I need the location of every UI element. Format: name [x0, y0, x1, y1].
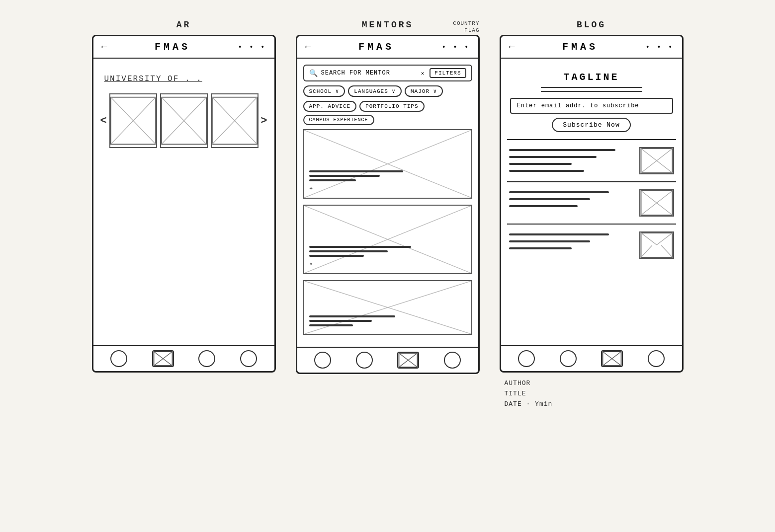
- ar-bottom-nav: [93, 345, 274, 371]
- mentors-header: ← FMAS • • •: [297, 36, 478, 59]
- blog-nav-2[interactable]: [560, 350, 577, 367]
- blog-item-3[interactable]: [507, 228, 676, 263]
- tag-portfolio-tips[interactable]: PORTFOLIO TIPS: [359, 101, 424, 112]
- blog-nav-active[interactable]: [601, 350, 623, 367]
- annotation-date: DATE · Ymin: [505, 399, 553, 410]
- blog-divider-3: [507, 224, 676, 225]
- search-icon: 🔍: [309, 69, 318, 77]
- mentors-phone-frame: ← FMAS • • • 🔍 SEARCH FOR MENTOR ✕ FILTE…: [296, 35, 480, 374]
- blog-nav-1[interactable]: [518, 350, 535, 367]
- email-input[interactable]: Enter email addr. to subscribe: [510, 98, 673, 114]
- tag-campus[interactable]: CAMPUS EXPERIENCE: [303, 115, 374, 125]
- blog-item-2[interactable]: [507, 185, 676, 221]
- tag-languages[interactable]: LANGUAGES ∨: [348, 85, 402, 97]
- mentor-card-1[interactable]: ✦: [303, 129, 472, 199]
- blog-app-title: FMAS: [562, 41, 598, 53]
- blog-back-arrow[interactable]: ←: [509, 41, 515, 53]
- blog-label: BLOG: [577, 20, 606, 30]
- country-flag-annotation: COUNTRYFLAG: [453, 20, 479, 34]
- blog-tagline: TAGLINE: [507, 72, 676, 83]
- tag-major[interactable]: MAJOR ∨: [405, 85, 443, 97]
- blog-item-2-text: [509, 189, 634, 210]
- ar-screen-wrapper: AR ← FMAS • • • UNIVERSITY OF . . <: [92, 20, 276, 373]
- blog-thumb-1: [639, 147, 674, 174]
- filter-tags-2: APP. ADVICE PORTFOLIO TIPS CAMPUS EXPERI…: [303, 101, 472, 125]
- mentors-app-title: FMAS: [358, 41, 394, 53]
- blog-nav-4[interactable]: [648, 350, 665, 367]
- blog-divider-1: [507, 139, 676, 140]
- tag-school[interactable]: SCHOOL ∨: [303, 85, 345, 97]
- star-rating-1: ✦: [309, 184, 313, 192]
- ar-nav-4[interactable]: [240, 350, 257, 367]
- ar-app-title: FMAS: [155, 41, 190, 53]
- mentors-label: MENTORS: [296, 20, 480, 30]
- wireframes-container: AR ← FMAS • • • UNIVERSITY OF . . <: [92, 20, 684, 409]
- ar-header: ← FMAS • • •: [93, 36, 274, 59]
- filters-button[interactable]: FILTERS: [430, 68, 466, 78]
- blog-item-1[interactable]: [507, 143, 676, 178]
- mentors-back-arrow[interactable]: ←: [305, 41, 311, 53]
- search-bar[interactable]: 🔍 SEARCH FOR MENTOR ✕ FILTERS: [303, 65, 472, 81]
- subscribe-button[interactable]: Subscribe Now: [552, 118, 630, 132]
- search-text: SEARCH FOR MENTOR: [321, 70, 421, 76]
- carousel-prev[interactable]: <: [100, 115, 107, 127]
- mentors-screen-wrapper: MENTORS COUNTRYFLAG ← FMAS • • • 🔍 SEARC…: [296, 20, 480, 374]
- clear-icon[interactable]: ✕: [421, 70, 425, 76]
- ar-label: AR: [176, 20, 191, 30]
- ar-body: UNIVERSITY OF . . <: [93, 59, 274, 345]
- blog-dots-menu[interactable]: • • •: [645, 43, 674, 51]
- blog-thumb-3: [639, 231, 674, 259]
- ar-back-arrow[interactable]: ←: [101, 41, 107, 53]
- blog-header: ← FMAS • • •: [501, 36, 682, 59]
- ar-nav-home[interactable]: [110, 350, 127, 367]
- star-rating-2: ✦: [309, 260, 313, 268]
- carousel-image-1: [109, 93, 157, 148]
- blog-divider-2: [507, 181, 676, 182]
- mentors-nav-4[interactable]: [444, 352, 461, 369]
- carousel-next[interactable]: >: [260, 115, 267, 127]
- annotation-author: AUTHOR: [505, 379, 553, 389]
- mentors-nav-active[interactable]: [397, 352, 419, 369]
- ar-nav-active[interactable]: [152, 350, 174, 367]
- blog-item-3-text: [509, 231, 634, 252]
- blog-phone-frame: ← FMAS • • • TAGLINE Enter email addr. t…: [500, 35, 684, 373]
- blog-bottom-nav: [501, 345, 682, 371]
- mentors-bottom-nav: [297, 347, 478, 373]
- mentor-card-3[interactable]: [303, 280, 472, 335]
- tag-app-advice[interactable]: APP. ADVICE: [303, 101, 357, 112]
- mentors-body: 🔍 SEARCH FOR MENTOR ✕ FILTERS SCHOOL ∨ L…: [297, 59, 478, 347]
- university-title: UNIVERSITY OF . .: [104, 75, 263, 83]
- ar-dots-menu[interactable]: • • •: [238, 43, 266, 51]
- mentors-nav-1[interactable]: [314, 352, 331, 369]
- mentor-card-2[interactable]: ✦: [303, 205, 472, 274]
- annotation-title: TITLE: [505, 389, 553, 399]
- mentors-nav-2[interactable]: [356, 352, 373, 369]
- blog-item-1-text: [509, 147, 634, 174]
- tagline-divider: [541, 87, 642, 88]
- filter-tags: SCHOOL ∨ LANGUAGES ∨ MAJOR ∨: [303, 85, 472, 97]
- mentors-dots-menu[interactable]: • • •: [441, 43, 470, 51]
- blog-thumb-2: [639, 189, 674, 217]
- blog-annotations: AUTHOR TITLE DATE · Ymin: [500, 379, 553, 409]
- tagline-divider-2: [541, 91, 642, 92]
- ar-carousel: <: [109, 93, 258, 148]
- blog-body: TAGLINE Enter email addr. to subscribe S…: [501, 59, 682, 345]
- ar-nav-3[interactable]: [198, 350, 215, 367]
- carousel-image-2: [160, 93, 208, 148]
- blog-screen-wrapper: BLOG ← FMAS • • • TAGLINE Enter email ad…: [500, 20, 684, 409]
- ar-phone-frame: ← FMAS • • • UNIVERSITY OF . . <: [92, 35, 276, 373]
- carousel-image-3: [211, 93, 258, 148]
